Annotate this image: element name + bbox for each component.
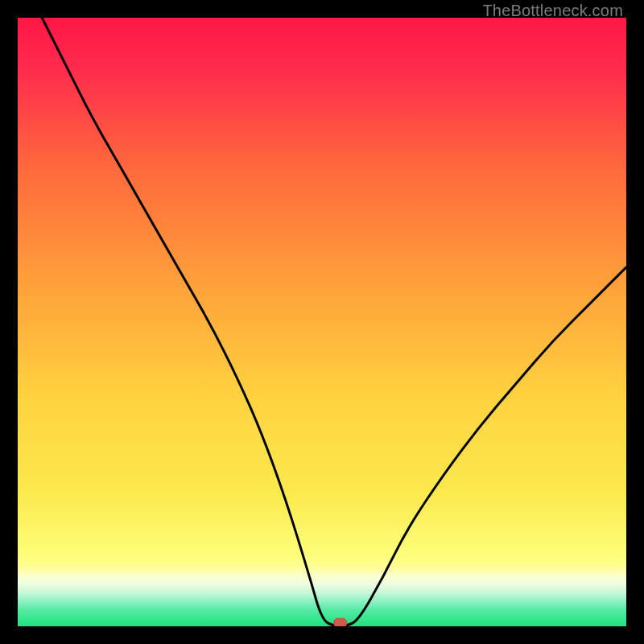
gradient-background (18, 18, 626, 626)
chart-frame (18, 18, 626, 626)
watermark-text: TheBottleneck.com (482, 2, 623, 20)
optimal-point-marker (334, 618, 347, 626)
bottleneck-plot (18, 18, 626, 626)
